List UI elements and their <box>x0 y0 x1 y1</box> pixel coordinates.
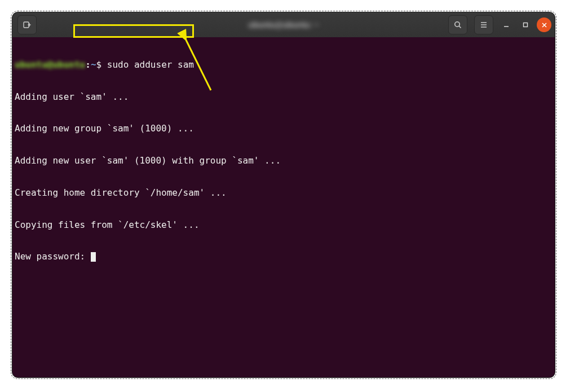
window-title: ubuntu@ubuntu: ~ <box>248 20 319 29</box>
hamburger-icon <box>479 20 488 29</box>
prompt-separator: : <box>85 60 91 71</box>
terminal-window: ubuntu@ubuntu: ~ <box>12 12 555 377</box>
command: sudo adduser sam <box>107 60 194 71</box>
maximize-button[interactable] <box>518 17 533 33</box>
close-button[interactable] <box>537 17 551 32</box>
svg-line-2 <box>459 26 461 28</box>
output-line: Adding new group `sam' (1000) ... <box>12 124 555 134</box>
output-line: Adding new user `sam' (1000) with group … <box>12 156 555 166</box>
output-line: Adding user `sam' ... <box>12 92 555 103</box>
output-line: Copying files from `/etc/skel' ... <box>12 220 555 231</box>
minimize-icon <box>503 21 510 28</box>
svg-point-1 <box>455 22 459 27</box>
close-icon <box>541 22 547 28</box>
prompt-user: ubuntu@ubuntu <box>15 60 85 71</box>
search-button[interactable] <box>448 15 467 34</box>
menu-button[interactable] <box>474 15 493 34</box>
prompt-path: ~ <box>91 60 96 71</box>
titlebar-right <box>447 15 551 34</box>
scrollbar[interactable] <box>547 37 555 377</box>
minimize-button[interactable] <box>498 17 514 33</box>
search-icon <box>453 20 462 29</box>
maximize-icon <box>522 21 529 28</box>
output-line: Creating home directory `/home/sam' ... <box>12 188 555 199</box>
window-titlebar: ubuntu@ubuntu: ~ <box>12 12 555 37</box>
password-prompt-line: New password: <box>12 252 555 262</box>
prompt-symbol: $ <box>96 60 102 71</box>
svg-rect-7 <box>524 23 528 27</box>
new-tab-button[interactable] <box>17 15 37 34</box>
password-prompt: New password: <box>15 252 91 262</box>
titlebar-left <box>16 15 38 34</box>
prompt-line: ubuntu@ubuntu:~$ sudo adduser sam <box>12 60 555 71</box>
new-tab-icon <box>23 20 32 29</box>
cursor <box>91 252 96 262</box>
terminal-body[interactable]: ubuntu@ubuntu:~$ sudo adduser sam Adding… <box>12 37 555 377</box>
command-text <box>101 60 107 71</box>
